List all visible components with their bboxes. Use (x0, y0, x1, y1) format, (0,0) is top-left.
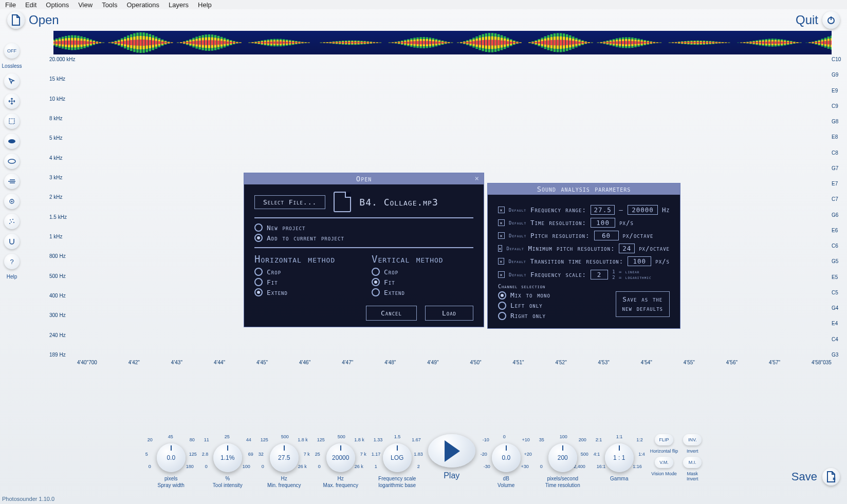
param-label: Frequency scale: (530, 271, 586, 278)
brush-tool[interactable] (4, 154, 20, 169)
cancel-button[interactable]: Cancel (366, 306, 417, 321)
knob2-2[interactable]: 2:11:11:2 4:11:4 16:11:16 1 : 1 Gamma (594, 434, 645, 482)
chan-mix[interactable]: Mix to mono (498, 291, 616, 300)
open-button[interactable]: Open (7, 11, 59, 29)
harmonics-tool[interactable] (4, 174, 20, 189)
v-extend[interactable]: Extend (372, 288, 473, 296)
select-tool[interactable] (4, 114, 20, 129)
noise-tool[interactable] (4, 214, 20, 229)
play-button[interactable]: Play (428, 434, 475, 481)
note-tick: C10 (832, 57, 846, 62)
knob-dial[interactable]: LOG (383, 443, 412, 472)
default-check[interactable] (498, 232, 505, 239)
freq-max-input[interactable]: 20000 (628, 205, 658, 215)
note-tick: E7 (832, 181, 846, 186)
unit-label: px/octave (623, 232, 654, 239)
lossless-toggle[interactable]: OFF (4, 43, 20, 59)
knob-dial[interactable]: 1 : 1 (605, 443, 634, 472)
svg-point-7 (10, 219, 11, 220)
save-button[interactable]: Save (791, 468, 840, 486)
save-defaults-button[interactable]: Save as thenew defaults (616, 291, 670, 317)
svg-point-11 (9, 223, 10, 224)
default-check[interactable] (498, 219, 505, 226)
radio-new-project[interactable]: New project (254, 223, 473, 232)
mi-button[interactable]: M.I. (683, 457, 702, 468)
freq-scale-input[interactable]: 2 (591, 270, 608, 279)
menu-help[interactable]: Help (198, 1, 212, 9)
knob-dial[interactable]: 0.0 (492, 443, 521, 472)
menu-options[interactable]: Options (46, 1, 69, 9)
knob-dial[interactable]: 27.5 (270, 443, 299, 472)
help-label: Help (7, 274, 17, 279)
menu-edit[interactable]: Edit (25, 1, 36, 9)
vertical-header: Vertical method (372, 253, 473, 265)
waveform-overview[interactable] (53, 31, 832, 54)
chan-left[interactable]: Left only (498, 302, 616, 310)
menu-file[interactable]: File (5, 1, 16, 9)
pitch-res-input[interactable]: 60 (594, 231, 619, 240)
inv-button[interactable]: INV. (683, 434, 702, 445)
default-check[interactable] (498, 258, 504, 265)
v-fit[interactable]: Fit (372, 278, 473, 286)
help-tool[interactable]: ? (4, 254, 20, 269)
radio-add-to-project[interactable]: Add to current project (254, 234, 473, 242)
radio-label: Right only (510, 312, 546, 320)
default-check[interactable] (498, 271, 505, 278)
flip-button[interactable]: FLIP (655, 434, 673, 445)
param-pitch-res: Default Pitch resolution: 60 px/octave (498, 231, 670, 240)
freq-tick: 8 kHz (49, 116, 78, 121)
gear-tool[interactable] (4, 194, 20, 209)
radio-label: Left only (510, 302, 543, 309)
knob-2[interactable]: 1255001.8 k 327 k 026 k 27.5 HzMin. freq… (259, 434, 310, 489)
default-check[interactable] (498, 245, 502, 252)
knob-dial[interactable]: 200 (548, 443, 577, 472)
time-axis: 4'40"7004'42"4'43"4'44"4'45"4'46"4'47"4'… (77, 360, 832, 368)
menu-operations[interactable]: Operations (126, 1, 159, 9)
inv-controls: INV.InvertM.I.MaskInvert (683, 434, 702, 481)
pointer-tool[interactable] (4, 73, 20, 89)
knob2-1[interactable]: 35100200 500 02,400 200 pixels/secondTim… (537, 434, 588, 489)
trans-res-input[interactable]: 100 (628, 256, 651, 266)
freq-tick: 10 kHz (49, 96, 78, 102)
menu-layers[interactable]: Layers (169, 1, 189, 9)
note-tick: C6 (832, 243, 846, 249)
params-title[interactable]: Sound analysis parameters (488, 183, 680, 195)
open-dialog-title[interactable]: Open × (244, 173, 484, 184)
menu-tools[interactable]: Tools (102, 1, 117, 9)
knob-4[interactable]: 1.331.51.67 1.171.83 12 LOG Frequency sc… (372, 434, 423, 489)
quit-button[interactable]: Quit (796, 11, 840, 29)
v-crop[interactable]: Crop (372, 268, 473, 276)
default-check[interactable] (498, 207, 505, 213)
knob-dial[interactable]: 1.1% (213, 443, 242, 472)
vm-button[interactable]: V.M. (655, 457, 673, 468)
knob-0[interactable]: 204580 5125 0180 0.0 pixelsSpray width (145, 434, 197, 489)
knob-dial[interactable]: 0.0 (157, 443, 186, 472)
spray-tool[interactable] (4, 134, 20, 149)
close-icon[interactable]: × (475, 174, 480, 182)
h-fit[interactable]: Fit (254, 278, 356, 286)
select-file-button[interactable]: Select File... (254, 195, 325, 209)
mi-label: MaskInvert (687, 471, 698, 481)
time-res-input[interactable]: 100 (591, 218, 615, 228)
chan-right[interactable]: Right only (498, 312, 616, 320)
menu-view[interactable]: View (78, 1, 93, 9)
svg-point-4 (8, 159, 15, 163)
file-icon (334, 192, 351, 212)
knob-3[interactable]: 1255001.8 k 257 k 026 k 20000 HzMax. fre… (315, 434, 366, 489)
h-crop[interactable]: Crop (254, 268, 356, 276)
knob-dial[interactable]: 20000 (326, 443, 355, 472)
min-pitch-input[interactable]: 24 (619, 244, 635, 253)
radio-label: Fit (267, 278, 278, 286)
load-button[interactable]: Load (425, 306, 473, 321)
h-extend[interactable]: Extend (254, 288, 356, 296)
menubar[interactable]: File Edit Options View Tools Operations … (0, 0, 847, 9)
knob-1[interactable]: 112544 2.869 0100 1.1% %Tool intensity (202, 434, 253, 489)
note-tick: E8 (832, 134, 846, 140)
knob2-0[interactable]: -100+10 -20+20 -30+30 0.0 dBVolume (481, 434, 532, 489)
divider (254, 247, 473, 248)
magnet-tool[interactable] (4, 234, 20, 249)
freq-tick: 5 kHz (49, 135, 78, 141)
move-tool[interactable] (4, 94, 20, 109)
note-tick: G8 (832, 119, 846, 124)
freq-min-input[interactable]: 27.5 (591, 205, 615, 215)
